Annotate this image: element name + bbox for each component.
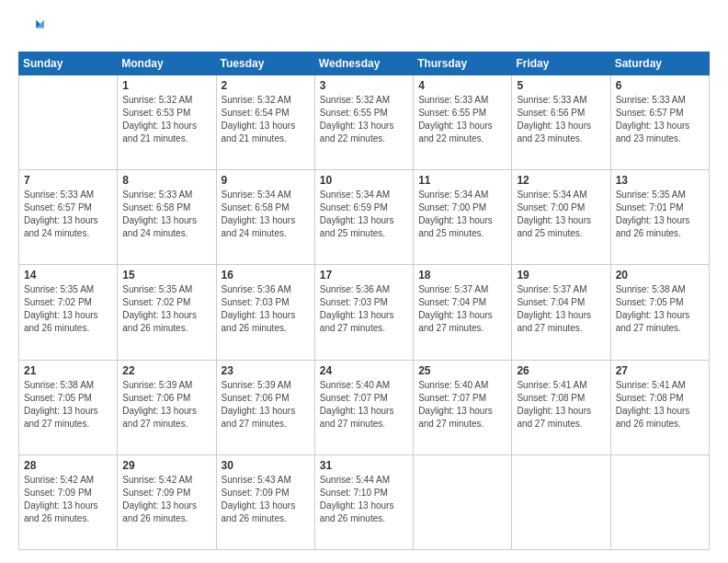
calendar-cell: 25Sunrise: 5:40 AM Sunset: 7:07 PM Dayli… bbox=[414, 360, 512, 454]
calendar-cell: 17Sunrise: 5:36 AM Sunset: 7:03 PM Dayli… bbox=[314, 265, 413, 360]
day-number: 3 bbox=[320, 79, 408, 92]
col-header-wednesday: Wednesday bbox=[314, 52, 413, 75]
day-number: 10 bbox=[320, 174, 408, 187]
day-number: 2 bbox=[222, 79, 310, 92]
day-number: 18 bbox=[418, 269, 506, 282]
calendar-cell: 18Sunrise: 5:37 AM Sunset: 7:04 PM Dayli… bbox=[414, 265, 512, 360]
day-number: 14 bbox=[24, 269, 112, 282]
calendar-cell: 30Sunrise: 5:43 AM Sunset: 7:09 PM Dayli… bbox=[216, 454, 314, 549]
day-number: 5 bbox=[517, 79, 605, 92]
day-info: Sunrise: 5:34 AM Sunset: 6:58 PM Dayligh… bbox=[222, 189, 310, 240]
calendar-cell: 3Sunrise: 5:32 AM Sunset: 6:55 PM Daylig… bbox=[314, 75, 413, 170]
calendar-cell: 24Sunrise: 5:40 AM Sunset: 7:07 PM Dayli… bbox=[314, 360, 413, 454]
day-number: 24 bbox=[320, 364, 408, 377]
day-number: 26 bbox=[517, 364, 605, 377]
day-number: 1 bbox=[122, 79, 210, 92]
calendar-cell: 20Sunrise: 5:38 AM Sunset: 7:05 PM Dayli… bbox=[610, 265, 709, 360]
day-info: Sunrise: 5:37 AM Sunset: 7:04 PM Dayligh… bbox=[517, 283, 605, 335]
week-row-3: 21Sunrise: 5:38 AM Sunset: 7:05 PM Dayli… bbox=[19, 360, 710, 454]
day-number: 23 bbox=[222, 364, 310, 377]
day-info: Sunrise: 5:39 AM Sunset: 7:06 PM Dayligh… bbox=[222, 379, 310, 431]
calendar-cell: 28Sunrise: 5:42 AM Sunset: 7:09 PM Dayli… bbox=[19, 454, 118, 549]
day-number: 29 bbox=[122, 459, 210, 472]
col-header-friday: Friday bbox=[512, 52, 610, 75]
col-header-sunday: Sunday bbox=[19, 52, 118, 75]
day-info: Sunrise: 5:34 AM Sunset: 6:59 PM Dayligh… bbox=[320, 189, 408, 240]
calendar-cell: 9Sunrise: 5:34 AM Sunset: 6:58 PM Daylig… bbox=[216, 170, 314, 265]
calendar-cell: 21Sunrise: 5:38 AM Sunset: 7:05 PM Dayli… bbox=[19, 360, 118, 454]
col-header-tuesday: Tuesday bbox=[216, 52, 314, 75]
calendar-cell: 6Sunrise: 5:33 AM Sunset: 6:57 PM Daylig… bbox=[610, 75, 709, 170]
calendar-cell: 11Sunrise: 5:34 AM Sunset: 7:00 PM Dayli… bbox=[414, 170, 512, 265]
day-number: 17 bbox=[320, 269, 408, 282]
week-row-0: 1Sunrise: 5:32 AM Sunset: 6:53 PM Daylig… bbox=[19, 75, 710, 170]
day-info: Sunrise: 5:33 AM Sunset: 6:55 PM Dayligh… bbox=[418, 94, 506, 145]
day-number: 4 bbox=[418, 79, 506, 92]
calendar-table: SundayMondayTuesdayWednesdayThursdayFrid… bbox=[18, 52, 710, 550]
day-number: 13 bbox=[616, 174, 704, 187]
day-number: 19 bbox=[517, 269, 605, 282]
day-number: 21 bbox=[24, 364, 112, 377]
day-number: 12 bbox=[517, 174, 605, 187]
day-info: Sunrise: 5:36 AM Sunset: 7:03 PM Dayligh… bbox=[222, 283, 310, 335]
day-info: Sunrise: 5:42 AM Sunset: 7:09 PM Dayligh… bbox=[24, 474, 112, 525]
calendar-cell: 12Sunrise: 5:34 AM Sunset: 7:00 PM Dayli… bbox=[512, 170, 610, 265]
day-info: Sunrise: 5:33 AM Sunset: 6:58 PM Dayligh… bbox=[122, 189, 210, 240]
day-info: Sunrise: 5:32 AM Sunset: 6:53 PM Dayligh… bbox=[122, 94, 210, 145]
day-number: 30 bbox=[222, 459, 310, 472]
calendar-cell: 31Sunrise: 5:44 AM Sunset: 7:10 PM Dayli… bbox=[314, 454, 413, 549]
calendar-cell: 16Sunrise: 5:36 AM Sunset: 7:03 PM Dayli… bbox=[216, 265, 314, 360]
day-number: 16 bbox=[222, 269, 310, 282]
day-info: Sunrise: 5:38 AM Sunset: 7:05 PM Dayligh… bbox=[24, 379, 112, 431]
calendar-cell: 8Sunrise: 5:33 AM Sunset: 6:58 PM Daylig… bbox=[118, 170, 216, 265]
calendar-header-row: SundayMondayTuesdayWednesdayThursdayFrid… bbox=[19, 52, 710, 75]
calendar-cell: 26Sunrise: 5:41 AM Sunset: 7:08 PM Dayli… bbox=[512, 360, 610, 454]
day-info: Sunrise: 5:40 AM Sunset: 7:07 PM Dayligh… bbox=[418, 379, 506, 431]
logo bbox=[18, 17, 48, 42]
day-info: Sunrise: 5:33 AM Sunset: 6:57 PM Dayligh… bbox=[616, 94, 704, 145]
day-info: Sunrise: 5:32 AM Sunset: 6:54 PM Dayligh… bbox=[222, 94, 310, 145]
calendar-cell: 23Sunrise: 5:39 AM Sunset: 7:06 PM Dayli… bbox=[216, 360, 314, 454]
day-info: Sunrise: 5:32 AM Sunset: 6:55 PM Dayligh… bbox=[320, 94, 408, 145]
calendar-cell: 2Sunrise: 5:32 AM Sunset: 6:54 PM Daylig… bbox=[216, 75, 314, 170]
day-number: 20 bbox=[616, 269, 704, 282]
svg-rect-0 bbox=[18, 17, 44, 42]
day-info: Sunrise: 5:37 AM Sunset: 7:04 PM Dayligh… bbox=[418, 283, 506, 335]
col-header-monday: Monday bbox=[118, 52, 216, 75]
day-info: Sunrise: 5:35 AM Sunset: 7:02 PM Dayligh… bbox=[24, 283, 112, 335]
calendar-cell: 7Sunrise: 5:33 AM Sunset: 6:57 PM Daylig… bbox=[19, 170, 118, 265]
day-info: Sunrise: 5:33 AM Sunset: 6:56 PM Dayligh… bbox=[517, 94, 605, 145]
col-header-saturday: Saturday bbox=[610, 52, 709, 75]
day-info: Sunrise: 5:44 AM Sunset: 7:10 PM Dayligh… bbox=[320, 474, 408, 525]
week-row-4: 28Sunrise: 5:42 AM Sunset: 7:09 PM Dayli… bbox=[19, 454, 710, 549]
day-info: Sunrise: 5:39 AM Sunset: 7:06 PM Dayligh… bbox=[122, 379, 210, 431]
day-info: Sunrise: 5:40 AM Sunset: 7:07 PM Dayligh… bbox=[320, 379, 408, 431]
day-info: Sunrise: 5:36 AM Sunset: 7:03 PM Dayligh… bbox=[320, 283, 408, 335]
day-number: 8 bbox=[122, 174, 210, 187]
header bbox=[18, 17, 710, 42]
week-row-2: 14Sunrise: 5:35 AM Sunset: 7:02 PM Dayli… bbox=[19, 265, 710, 360]
col-header-thursday: Thursday bbox=[414, 52, 512, 75]
day-info: Sunrise: 5:41 AM Sunset: 7:08 PM Dayligh… bbox=[517, 379, 605, 431]
day-info: Sunrise: 5:38 AM Sunset: 7:05 PM Dayligh… bbox=[616, 283, 704, 335]
day-info: Sunrise: 5:43 AM Sunset: 7:09 PM Dayligh… bbox=[222, 474, 310, 525]
calendar-cell: 1Sunrise: 5:32 AM Sunset: 6:53 PM Daylig… bbox=[118, 75, 216, 170]
calendar-cell: 19Sunrise: 5:37 AM Sunset: 7:04 PM Dayli… bbox=[512, 265, 610, 360]
day-number: 27 bbox=[616, 364, 704, 377]
logo-icon bbox=[18, 17, 44, 42]
page: SundayMondayTuesdayWednesdayThursdayFrid… bbox=[0, 0, 728, 563]
calendar-cell: 14Sunrise: 5:35 AM Sunset: 7:02 PM Dayli… bbox=[19, 265, 118, 360]
calendar-cell: 5Sunrise: 5:33 AM Sunset: 6:56 PM Daylig… bbox=[512, 75, 610, 170]
calendar-cell bbox=[19, 75, 118, 170]
day-info: Sunrise: 5:33 AM Sunset: 6:57 PM Dayligh… bbox=[24, 189, 112, 240]
day-number: 25 bbox=[418, 364, 506, 377]
calendar-cell: 15Sunrise: 5:35 AM Sunset: 7:02 PM Dayli… bbox=[118, 265, 216, 360]
day-number: 9 bbox=[222, 174, 310, 187]
day-info: Sunrise: 5:41 AM Sunset: 7:08 PM Dayligh… bbox=[616, 379, 704, 431]
day-number: 11 bbox=[418, 174, 506, 187]
day-number: 28 bbox=[24, 459, 112, 472]
day-number: 7 bbox=[24, 174, 112, 187]
week-row-1: 7Sunrise: 5:33 AM Sunset: 6:57 PM Daylig… bbox=[19, 170, 710, 265]
day-info: Sunrise: 5:34 AM Sunset: 7:00 PM Dayligh… bbox=[517, 189, 605, 240]
calendar-cell bbox=[414, 454, 512, 549]
